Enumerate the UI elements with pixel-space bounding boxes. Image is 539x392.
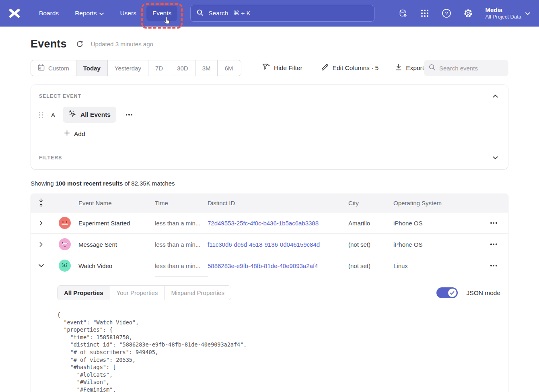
event-name: Experiment Started xyxy=(78,220,155,227)
event-city: (not set) xyxy=(348,241,393,248)
json-mode-label: JSON mode xyxy=(467,289,500,297)
results-prefix: Showing xyxy=(31,180,56,187)
nav-item-label: Users xyxy=(120,10,136,17)
hide-filter-button[interactable]: Hide Filter xyxy=(262,64,302,72)
filter-funnel-icon xyxy=(262,64,270,72)
results-suffix: of 82.35K matches xyxy=(123,180,175,187)
row-actions-ellipsis-icon[interactable] xyxy=(488,262,500,269)
help-icon[interactable]: ? xyxy=(442,8,451,18)
settings-gear-icon[interactable] xyxy=(463,8,473,18)
range-today[interactable]: Today xyxy=(76,60,107,76)
all-events-chip[interactable]: All Events xyxy=(63,107,116,123)
column-header-distinct-id[interactable]: Distinct ID xyxy=(208,200,348,206)
help-glyph: ? xyxy=(445,10,448,16)
export-button[interactable]: Export xyxy=(395,64,424,72)
mixpanel-logo-icon[interactable] xyxy=(6,6,23,20)
chevron-down-icon xyxy=(525,10,530,17)
event-time: less than a min... xyxy=(155,241,208,248)
event-city: Amarillo xyxy=(348,220,393,227)
search-events-field[interactable] xyxy=(424,60,508,76)
range-12m[interactable]: 12M xyxy=(240,60,241,76)
pencil-icon xyxy=(321,64,329,73)
collapse-section-chevron-up-icon[interactable] xyxy=(490,91,500,101)
tab-your-properties[interactable]: Your Properties xyxy=(110,286,165,300)
nav-item-events[interactable]: Events xyxy=(146,6,177,21)
select-event-label: SELECT EVENT xyxy=(39,93,81,99)
filters-label: FILTERS xyxy=(39,155,62,161)
json-mode-control: JSON mode xyxy=(436,287,500,298)
event-clause-row: A All Events xyxy=(39,107,500,123)
project-subtitle: All Project Data xyxy=(485,14,521,21)
apps-grid-icon[interactable] xyxy=(420,8,430,18)
project-selector[interactable]: Media All Project Data xyxy=(485,6,530,21)
table-row-expanded[interactable]: Watch Video less than a min... 5886283e-… xyxy=(31,255,508,276)
json-line: "# of views": 20535, xyxy=(57,356,500,364)
search-label: Search xyxy=(208,10,228,17)
nav-item-boards[interactable]: Boards xyxy=(33,6,65,21)
column-header-event-name[interactable]: Event Name xyxy=(78,200,155,206)
column-header-os[interactable]: Operating System xyxy=(393,200,479,206)
hand-cursor-icon xyxy=(163,16,172,27)
range-7d[interactable]: 7D xyxy=(148,60,170,76)
navbar-right-cluster: ? Media All Project Data xyxy=(398,6,530,21)
add-event-button[interactable]: Add xyxy=(39,130,85,138)
event-os: iPhone OS xyxy=(393,220,479,227)
event-json-viewer: { "event": "Watch Video", "properties": … xyxy=(57,311,500,392)
range-label: Today xyxy=(83,65,101,72)
data-management-icon[interactable] xyxy=(398,8,408,18)
nav-item-reports[interactable]: Reports xyxy=(69,6,110,21)
range-6m[interactable]: 6M xyxy=(217,60,240,76)
row-actions-ellipsis-icon[interactable] xyxy=(488,241,500,248)
nav-menu: Boards Reports Users Events xyxy=(33,6,177,21)
edit-columns-button[interactable]: Edit Columns · 5 xyxy=(321,64,379,73)
column-header-time[interactable]: Time xyxy=(155,200,208,206)
chevron-right-icon[interactable] xyxy=(31,242,51,247)
json-line: { xyxy=(57,311,500,319)
date-range-control: Custom Today Yesterday 7D 30D 3M 6M 12M xyxy=(31,60,241,76)
distinct-id-link[interactable]: 5886283e-e9fb-48fb-81de-40e9093a2af4 xyxy=(208,262,348,269)
add-label: Add xyxy=(74,130,85,138)
chevron-down-icon[interactable] xyxy=(31,264,51,267)
distinct-id-link[interactable]: f11c30d6-dc6d-4518-9136-0d046159c84d xyxy=(208,241,348,248)
search-icon xyxy=(197,9,204,18)
table-row[interactable]: Experiment Started less than a min... 72… xyxy=(31,212,508,233)
nav-item-users[interactable]: Users xyxy=(114,6,142,21)
download-icon xyxy=(395,64,402,72)
query-builder-card: SELECT EVENT A xyxy=(31,85,508,170)
range-custom[interactable]: Custom xyxy=(31,60,76,76)
top-navbar: Boards Reports Users Events xyxy=(0,0,539,27)
drag-handle-icon[interactable] xyxy=(39,112,43,118)
json-mode-toggle[interactable] xyxy=(436,287,458,298)
tab-all-properties[interactable]: All Properties xyxy=(58,286,110,300)
row-actions-ellipsis-icon[interactable] xyxy=(488,220,500,226)
column-header-city[interactable]: City xyxy=(348,200,393,206)
distinct-id-link[interactable]: 72d49553-25fc-4f0c-b436-1b5ac6ab3388 xyxy=(208,220,348,227)
event-name: Watch Video xyxy=(78,262,155,269)
refresh-icon[interactable] xyxy=(76,40,84,49)
export-label: Export xyxy=(406,64,424,72)
last-updated-text: Updated 3 minutes ago xyxy=(91,41,153,47)
chevron-right-icon[interactable] xyxy=(31,221,51,226)
range-label: 30D xyxy=(177,65,188,72)
edit-columns-label: Edit Columns · 5 xyxy=(333,64,379,72)
search-icon xyxy=(429,64,436,72)
table-row[interactable]: Message Sent less than a min... f11c30d6… xyxy=(31,233,508,255)
calendar-icon xyxy=(38,64,45,72)
nav-item-label: Events xyxy=(152,10,171,17)
range-yesterday[interactable]: Yesterday xyxy=(107,60,148,76)
search-events-input[interactable] xyxy=(439,65,504,72)
range-3m[interactable]: 3M xyxy=(195,60,218,76)
json-line: "#lolCats", xyxy=(57,371,500,379)
expand-section-chevron-down-icon[interactable] xyxy=(490,153,500,163)
event-options-ellipsis-icon[interactable] xyxy=(123,111,135,118)
event-time: less than a min... xyxy=(155,262,208,269)
global-search-bar[interactable]: Search ⌘ + K xyxy=(190,5,374,22)
controls-row: Custom Today Yesterday 7D 30D 3M 6M 12M … xyxy=(31,60,508,76)
nav-item-label: Boards xyxy=(39,10,59,17)
range-label: 6M xyxy=(224,65,233,72)
range-label: 7D xyxy=(155,65,163,72)
collapse-expand-all-icon[interactable] xyxy=(31,198,51,207)
tab-mixpanel-properties[interactable]: Mixpanel Properties xyxy=(164,286,231,300)
page-title: Events xyxy=(31,38,67,50)
range-30d[interactable]: 30D xyxy=(170,60,195,76)
